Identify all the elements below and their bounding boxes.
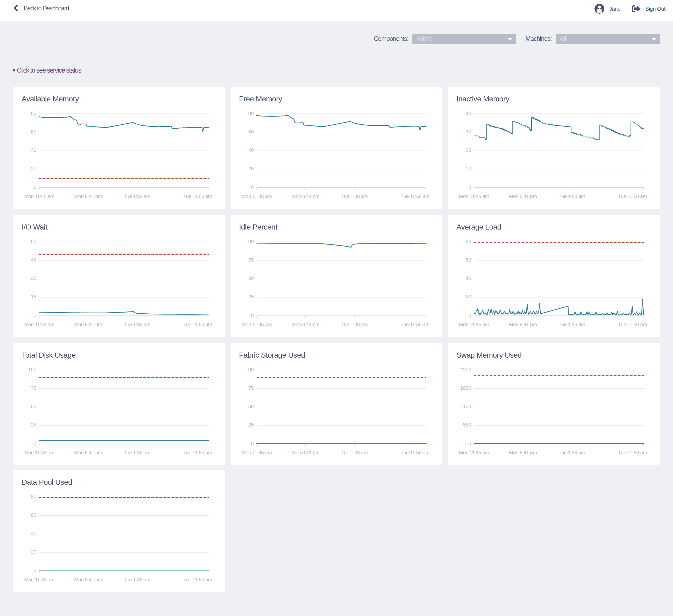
svg-text:Mon 6:41 pm: Mon 6:41 pm (74, 322, 102, 327)
svg-text:Tue 1:38 am: Tue 1:38 am (124, 450, 150, 455)
svg-text:Tue 11:50 am: Tue 11:50 am (618, 322, 647, 327)
svg-text:Mon 11:45 am: Mon 11:45 am (459, 450, 489, 455)
svg-text:Mon 11:45 am: Mon 11:45 am (459, 322, 489, 327)
svg-text:Mon 6:41 pm: Mon 6:41 pm (292, 322, 319, 327)
svg-text:Mon 11:45 am: Mon 11:45 am (242, 194, 272, 199)
svg-text:30: 30 (31, 275, 36, 281)
svg-text:Mon 6:41 pm: Mon 6:41 pm (509, 194, 537, 199)
svg-text:0: 0 (251, 441, 254, 446)
svg-text:Tue 1:38 am: Tue 1:38 am (558, 322, 585, 327)
svg-text:25: 25 (31, 422, 36, 427)
svg-text:15: 15 (31, 294, 36, 299)
svg-text:Tue 1:38 am: Tue 1:38 am (558, 194, 585, 199)
svg-text:25: 25 (248, 294, 254, 299)
svg-text:100: 100 (245, 239, 254, 244)
svg-text:60: 60 (31, 239, 36, 244)
svg-text:Tue 11:50 am: Tue 11:50 am (401, 322, 429, 327)
svg-text:100: 100 (28, 367, 36, 372)
svg-text:Tue 1:38 am: Tue 1:38 am (341, 450, 368, 455)
svg-text:30: 30 (465, 129, 471, 134)
svg-text:1100: 1100 (460, 403, 471, 409)
svg-text:60: 60 (465, 257, 471, 263)
svg-text:Mon 11:45 am: Mon 11:45 am (24, 450, 54, 455)
svg-text:60: 60 (248, 129, 254, 134)
svg-text:Mon 11:45 am: Mon 11:45 am (24, 322, 54, 327)
svg-text:Mon 6:41 pm: Mon 6:41 pm (74, 194, 102, 199)
svg-text:Tue 11:50 am: Tue 11:50 am (183, 194, 212, 199)
svg-text:50: 50 (248, 403, 254, 409)
svg-text:100: 100 (245, 367, 254, 372)
svg-text:Mon 11:45 am: Mon 11:45 am (459, 194, 489, 199)
svg-text:20: 20 (465, 147, 471, 153)
svg-text:0: 0 (34, 441, 36, 446)
svg-text:Mon 11:45 am: Mon 11:45 am (242, 450, 272, 455)
svg-text:Tue 11:50 am: Tue 11:50 am (618, 194, 647, 199)
svg-text:75: 75 (248, 385, 254, 391)
svg-text:20: 20 (31, 549, 36, 555)
svg-text:Mon 6:41 pm: Mon 6:41 pm (74, 450, 102, 455)
svg-text:60: 60 (31, 512, 36, 518)
svg-text:1650: 1650 (460, 385, 471, 391)
svg-text:20: 20 (31, 166, 36, 171)
svg-text:40: 40 (31, 147, 36, 153)
svg-text:0: 0 (468, 441, 471, 446)
svg-text:80: 80 (31, 110, 36, 116)
svg-text:Mon 6:41 pm: Mon 6:41 pm (292, 450, 319, 455)
svg-text:Tue 11:50 am: Tue 11:50 am (401, 194, 429, 199)
svg-text:40: 40 (465, 275, 471, 281)
svg-text:0: 0 (34, 313, 36, 318)
svg-text:Mon 6:41 pm: Mon 6:41 pm (509, 322, 537, 327)
svg-text:Tue 1:38 am: Tue 1:38 am (558, 450, 585, 455)
svg-text:Mon 11:45 am: Mon 11:45 am (242, 322, 272, 327)
svg-text:80: 80 (465, 239, 471, 244)
svg-text:Mon 11:45 am: Mon 11:45 am (24, 577, 54, 582)
svg-text:75: 75 (31, 385, 36, 391)
svg-text:40: 40 (248, 147, 254, 153)
svg-text:Mon 6:41 pm: Mon 6:41 pm (292, 194, 319, 199)
svg-text:80: 80 (31, 494, 36, 499)
svg-text:Tue 1:38 am: Tue 1:38 am (341, 322, 368, 327)
svg-text:Tue 11:50 am: Tue 11:50 am (183, 450, 212, 455)
svg-text:0: 0 (34, 568, 36, 573)
svg-text:60: 60 (31, 129, 36, 134)
svg-text:0: 0 (251, 185, 254, 190)
svg-text:Mon 6:41 pm: Mon 6:41 pm (74, 577, 102, 582)
svg-text:0: 0 (34, 185, 36, 190)
svg-text:Tue 11:50 am: Tue 11:50 am (183, 577, 212, 582)
svg-text:0: 0 (251, 313, 254, 318)
svg-text:Mon 11:45 am: Mon 11:45 am (24, 194, 54, 199)
svg-text:25: 25 (248, 422, 254, 427)
svg-text:40: 40 (31, 531, 36, 536)
svg-text:75: 75 (248, 257, 254, 263)
svg-text:Tue 1:38 am: Tue 1:38 am (124, 322, 150, 327)
svg-text:Tue 11:50 am: Tue 11:50 am (183, 322, 212, 327)
svg-text:50: 50 (248, 275, 254, 281)
svg-text:45: 45 (31, 257, 36, 263)
svg-text:Tue 1:38 am: Tue 1:38 am (124, 194, 150, 199)
svg-text:20: 20 (248, 166, 254, 171)
svg-text:50: 50 (31, 403, 36, 409)
svg-text:80: 80 (248, 110, 254, 116)
svg-text:Mon 6:41 pm: Mon 6:41 pm (509, 450, 537, 455)
svg-text:0: 0 (468, 313, 471, 318)
svg-text:20: 20 (465, 294, 471, 299)
svg-text:Tue 11:50 am: Tue 11:50 am (401, 450, 429, 455)
svg-text:10: 10 (465, 166, 471, 171)
svg-text:2200: 2200 (460, 367, 471, 372)
svg-text:Tue 1:38 am: Tue 1:38 am (124, 577, 150, 582)
svg-text:0: 0 (468, 185, 471, 190)
svg-text:Tue 1:38 am: Tue 1:38 am (341, 194, 368, 199)
svg-text:40: 40 (465, 110, 471, 116)
svg-text:Tue 11:50 am: Tue 11:50 am (618, 450, 647, 455)
svg-text:550: 550 (463, 422, 471, 427)
